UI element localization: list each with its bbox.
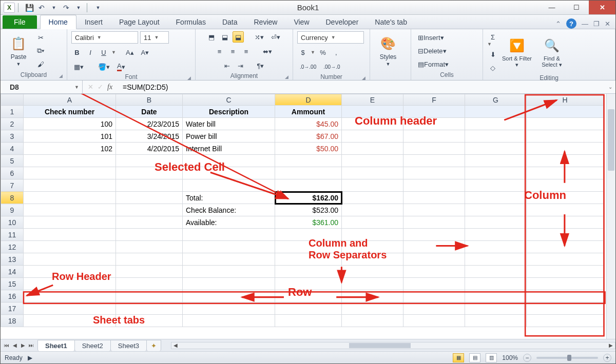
cell-C9[interactable]: Check Balance: [183,204,275,216]
cell-A8[interactable] [24,192,116,204]
number-format-combo[interactable]: Currency▼ [297,31,364,44]
font-family-combo[interactable]: Calibri▼ [71,31,138,44]
cell-G8[interactable] [465,192,527,204]
row-header-10[interactable]: 10 [1,216,24,229]
cell-H3[interactable] [527,130,604,143]
cell-A1[interactable]: Check number [24,106,116,118]
column-header-F[interactable]: F [403,94,465,106]
cell-B14[interactable] [116,266,183,278]
cell-H17[interactable] [527,302,604,315]
cell-F12[interactable] [403,241,465,253]
cell-H14[interactable] [527,266,604,278]
ribbon-minimize-icon[interactable]: ⌃ [555,20,561,28]
row-header-15[interactable]: 15 [1,278,24,290]
row-header-13[interactable]: 13 [1,253,24,266]
cell-E4[interactable] [342,143,403,155]
help-icon[interactable]: ? [566,18,576,29]
zoom-level[interactable]: 100% [502,354,518,361]
cell-H4[interactable] [527,143,604,155]
row-header-17[interactable]: 17 [1,302,24,315]
format-painter-icon[interactable]: 🖌 [34,58,47,70]
cell-B9[interactable] [116,204,183,216]
font-size-combo[interactable]: 11▼ [140,31,169,44]
cell-C14[interactable] [183,266,275,278]
cell-E10[interactable] [342,216,403,229]
cell-F13[interactable] [403,253,465,266]
cell-B3[interactable]: 3/24/2015 [116,130,183,143]
tab-home[interactable]: Home [40,15,76,29]
fill-icon[interactable]: ⬇ [487,49,498,60]
cell-B8[interactable] [116,192,183,204]
vertical-scrollbar[interactable] [606,94,615,339]
cell-B4[interactable]: 4/20/2015 [116,143,183,155]
cell-A4[interactable]: 102 [24,143,116,155]
cell-G16[interactable] [465,290,527,302]
cell-F1[interactable] [403,106,465,118]
cell-F14[interactable] [403,266,465,278]
new-sheet-button[interactable]: ✦ [146,340,161,351]
decrease-indent-icon[interactable]: ⇤ [222,60,233,71]
align-left-icon[interactable]: ≡ [214,46,225,57]
sheet-tab-sheet3[interactable]: Sheet3 [110,340,147,351]
row-header-6[interactable]: 6 [1,167,24,179]
cell-F18[interactable] [403,315,465,327]
row-header-16[interactable]: 16 [1,290,24,302]
underline-button[interactable]: U [98,47,109,58]
row-header-4[interactable]: 4 [1,143,24,155]
name-box[interactable]: D8▼ [1,80,83,93]
dialog-launcher-icon[interactable]: ◢ [285,74,288,79]
align-bottom-icon[interactable]: ⬓ [233,31,244,43]
cell-C4[interactable]: Internet Bill [183,143,275,155]
cell-C5[interactable] [183,155,275,167]
row-header-12[interactable]: 12 [1,241,24,253]
cell-E1[interactable] [342,106,403,118]
cell-B18[interactable] [116,315,183,327]
tab-data[interactable]: Data [214,15,246,29]
undo-icon[interactable]: ↶ [36,3,47,12]
cell-D3[interactable]: $67.00 [275,130,342,143]
cell-G3[interactable] [465,130,527,143]
cell-E3[interactable] [342,130,403,143]
cell-D17[interactable] [275,302,342,315]
cell-B13[interactable] [116,253,183,266]
align-center-icon[interactable]: ≡ [227,46,239,57]
cell-B12[interactable] [116,241,183,253]
cell-A17[interactable] [24,302,116,315]
close-button[interactable]: ✕ [589,1,615,14]
cell-E9[interactable] [342,204,403,216]
cell-D1[interactable]: Ammount [275,106,342,118]
tab-insert[interactable]: Insert [76,15,111,29]
cell-H11[interactable] [527,229,604,241]
row-header-14[interactable]: 14 [1,266,24,278]
cell-D7[interactable] [275,179,342,192]
paste-button[interactable]: 📋 Paste ▼ [5,32,32,70]
cell-E8[interactable] [342,192,403,204]
cell-A14[interactable] [24,266,116,278]
cell-B11[interactable] [116,229,183,241]
row-header-8[interactable]: 8 [1,192,24,204]
cell-B15[interactable] [116,278,183,290]
increase-decimal-icon[interactable]: .0→.00 [297,61,319,72]
cell-A12[interactable] [24,241,116,253]
cell-F17[interactable] [403,302,465,315]
cell-C11[interactable] [183,229,275,241]
spreadsheet-grid[interactable]: ABCDEFGH 1Check numberDateDescriptionAmm… [1,94,604,327]
cell-H18[interactable] [527,315,604,327]
cell-D5[interactable] [275,155,342,167]
orientation-icon[interactable]: ⤭▾ [252,31,266,43]
cell-A15[interactable] [24,278,116,290]
cell-H2[interactable] [527,118,604,130]
cell-C17[interactable] [183,302,275,315]
sheet-nav-buttons[interactable]: ⏮ ◀ ▶ ⏭ [1,342,37,348]
cell-F6[interactable] [403,167,465,179]
enter-formula-icon[interactable]: ✓ [98,83,103,91]
zoom-slider[interactable] [536,357,598,359]
cell-A13[interactable] [24,253,116,266]
column-header-E[interactable]: E [342,94,403,106]
last-sheet-icon[interactable]: ⏭ [27,342,35,348]
rtl-icon[interactable]: ¶▾ [255,60,267,71]
cell-A5[interactable] [24,155,116,167]
insert-cells-button[interactable]: ⊞ Insert ▾ [415,32,447,43]
cell-F11[interactable] [403,229,465,241]
row-header-1[interactable]: 1 [1,106,24,118]
